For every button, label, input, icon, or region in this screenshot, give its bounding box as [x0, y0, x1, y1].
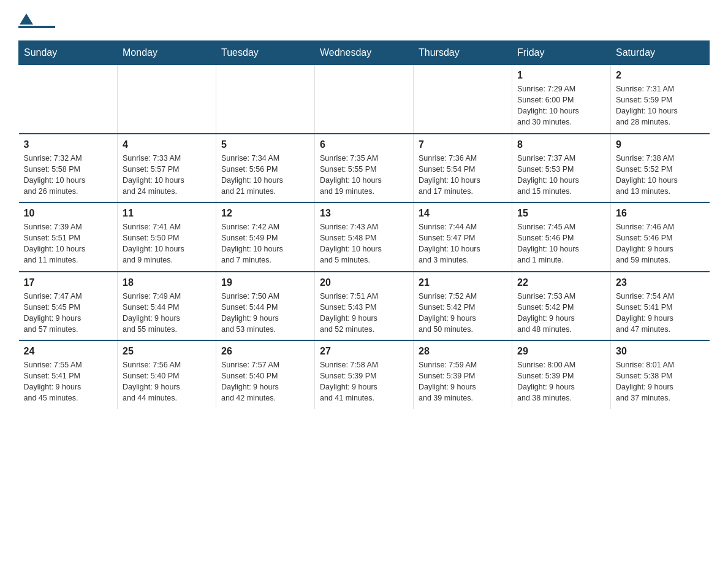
day-info: Sunrise: 7:33 AMSunset: 5:57 PMDaylight:…: [123, 153, 211, 197]
day-number: 16: [616, 208, 705, 219]
day-cell: 3Sunrise: 7:32 AMSunset: 5:58 PMDaylight…: [19, 134, 118, 203]
day-number: 23: [616, 277, 705, 288]
day-cell: 14Sunrise: 7:44 AMSunset: 5:47 PMDayligh…: [414, 202, 512, 272]
day-cell: 4Sunrise: 7:33 AMSunset: 5:57 PMDaylight…: [118, 134, 216, 203]
day-cell: 24Sunrise: 7:55 AMSunset: 5:41 PMDayligh…: [19, 340, 118, 409]
day-cell: 20Sunrise: 7:51 AMSunset: 5:43 PMDayligh…: [315, 272, 414, 341]
day-cell: 18Sunrise: 7:49 AMSunset: 5:44 PMDayligh…: [118, 272, 216, 341]
col-sunday: Sunday: [19, 41, 118, 65]
day-cell: 26Sunrise: 7:57 AMSunset: 5:40 PMDayligh…: [216, 340, 315, 409]
calendar-body: 1Sunrise: 7:29 AMSunset: 6:00 PMDaylight…: [19, 65, 710, 409]
day-number: 9: [616, 139, 705, 150]
day-cell: 22Sunrise: 7:53 AMSunset: 5:42 PMDayligh…: [512, 272, 611, 341]
day-cell: 27Sunrise: 7:58 AMSunset: 5:39 PMDayligh…: [315, 340, 414, 409]
week-row-1: 1Sunrise: 7:29 AMSunset: 6:00 PMDaylight…: [19, 65, 710, 134]
day-number: 15: [517, 208, 605, 219]
day-info: Sunrise: 7:57 AMSunset: 5:40 PMDaylight:…: [221, 359, 309, 404]
day-cell: 7Sunrise: 7:36 AMSunset: 5:54 PMDaylight…: [414, 134, 512, 203]
day-cell: 9Sunrise: 7:38 AMSunset: 5:52 PMDaylight…: [611, 134, 710, 203]
header-row: Sunday Monday Tuesday Wednesday Thursday…: [19, 41, 710, 65]
week-row-4: 17Sunrise: 7:47 AMSunset: 5:45 PMDayligh…: [19, 272, 710, 341]
day-cell: 5Sunrise: 7:34 AMSunset: 5:56 PMDaylight…: [216, 134, 315, 203]
day-info: Sunrise: 7:50 AMSunset: 5:44 PMDaylight:…: [221, 291, 309, 335]
col-monday: Monday: [118, 41, 216, 65]
day-info: Sunrise: 8:00 AMSunset: 5:39 PMDaylight:…: [517, 359, 605, 404]
day-info: Sunrise: 8:01 AMSunset: 5:38 PMDaylight:…: [616, 359, 705, 404]
day-cell: 8Sunrise: 7:37 AMSunset: 5:53 PMDaylight…: [512, 134, 611, 203]
day-cell: 6Sunrise: 7:35 AMSunset: 5:55 PMDaylight…: [315, 134, 414, 203]
day-info: Sunrise: 7:54 AMSunset: 5:41 PMDaylight:…: [616, 291, 705, 335]
day-info: Sunrise: 7:49 AMSunset: 5:44 PMDaylight:…: [123, 291, 211, 335]
day-number: 10: [24, 208, 113, 219]
day-number: 30: [616, 346, 705, 357]
day-info: Sunrise: 7:29 AMSunset: 6:00 PMDaylight:…: [517, 83, 605, 128]
day-cell: 15Sunrise: 7:45 AMSunset: 5:46 PMDayligh…: [512, 202, 611, 272]
day-cell: [414, 65, 512, 134]
col-friday: Friday: [512, 41, 611, 65]
week-row-3: 10Sunrise: 7:39 AMSunset: 5:51 PMDayligh…: [19, 202, 710, 272]
day-number: 18: [123, 277, 211, 288]
day-number: 22: [517, 277, 605, 288]
day-cell: 19Sunrise: 7:50 AMSunset: 5:44 PMDayligh…: [216, 272, 315, 341]
day-cell: 17Sunrise: 7:47 AMSunset: 5:45 PMDayligh…: [19, 272, 118, 341]
day-info: Sunrise: 7:53 AMSunset: 5:42 PMDaylight:…: [517, 291, 605, 335]
day-info: Sunrise: 7:46 AMSunset: 5:46 PMDaylight:…: [616, 221, 705, 266]
day-number: 20: [320, 277, 408, 288]
day-number: 25: [123, 346, 211, 357]
day-cell: [118, 65, 216, 134]
day-number: 4: [123, 139, 211, 150]
day-info: Sunrise: 7:55 AMSunset: 5:41 PMDaylight:…: [24, 359, 113, 404]
day-number: 26: [221, 346, 309, 357]
day-number: 1: [517, 70, 605, 81]
day-number: 6: [320, 139, 408, 150]
col-tuesday: Tuesday: [216, 41, 315, 65]
col-wednesday: Wednesday: [315, 41, 414, 65]
day-number: 24: [24, 346, 113, 357]
page-header: [18, 12, 710, 28]
logo: [18, 12, 58, 28]
day-number: 12: [221, 208, 309, 219]
day-cell: 13Sunrise: 7:43 AMSunset: 5:48 PMDayligh…: [315, 202, 414, 272]
day-number: 27: [320, 346, 408, 357]
day-cell: 23Sunrise: 7:54 AMSunset: 5:41 PMDayligh…: [611, 272, 710, 341]
day-cell: 16Sunrise: 7:46 AMSunset: 5:46 PMDayligh…: [611, 202, 710, 272]
day-number: 2: [616, 70, 705, 81]
day-info: Sunrise: 7:42 AMSunset: 5:49 PMDaylight:…: [221, 221, 309, 266]
calendar-header: Sunday Monday Tuesday Wednesday Thursday…: [19, 41, 710, 65]
day-info: Sunrise: 7:34 AMSunset: 5:56 PMDaylight:…: [221, 153, 309, 197]
day-cell: 28Sunrise: 7:59 AMSunset: 5:39 PMDayligh…: [414, 340, 512, 409]
day-cell: 2Sunrise: 7:31 AMSunset: 5:59 PMDaylight…: [611, 65, 710, 134]
day-cell: 29Sunrise: 8:00 AMSunset: 5:39 PMDayligh…: [512, 340, 611, 409]
day-cell: 1Sunrise: 7:29 AMSunset: 6:00 PMDaylight…: [512, 65, 611, 134]
day-number: 5: [221, 139, 309, 150]
day-cell: 11Sunrise: 7:41 AMSunset: 5:50 PMDayligh…: [118, 202, 216, 272]
day-cell: 12Sunrise: 7:42 AMSunset: 5:49 PMDayligh…: [216, 202, 315, 272]
day-info: Sunrise: 7:31 AMSunset: 5:59 PMDaylight:…: [616, 83, 705, 128]
day-number: 19: [221, 277, 309, 288]
day-cell: [216, 65, 315, 134]
day-info: Sunrise: 7:36 AMSunset: 5:54 PMDaylight:…: [419, 153, 507, 197]
day-number: 7: [419, 139, 507, 150]
day-info: Sunrise: 7:43 AMSunset: 5:48 PMDaylight:…: [320, 221, 408, 266]
day-info: Sunrise: 7:37 AMSunset: 5:53 PMDaylight:…: [517, 153, 605, 197]
day-number: 3: [24, 139, 113, 150]
svg-marker-0: [20, 13, 33, 25]
logo-triangle-icon: [20, 12, 33, 26]
day-cell: [315, 65, 414, 134]
day-info: Sunrise: 7:45 AMSunset: 5:46 PMDaylight:…: [517, 221, 605, 266]
week-row-5: 24Sunrise: 7:55 AMSunset: 5:41 PMDayligh…: [19, 340, 710, 409]
day-info: Sunrise: 7:32 AMSunset: 5:58 PMDaylight:…: [24, 153, 113, 197]
day-info: Sunrise: 7:44 AMSunset: 5:47 PMDaylight:…: [419, 221, 507, 266]
col-saturday: Saturday: [611, 41, 710, 65]
day-number: 29: [517, 346, 605, 357]
day-number: 14: [419, 208, 507, 219]
week-row-2: 3Sunrise: 7:32 AMSunset: 5:58 PMDaylight…: [19, 134, 710, 203]
day-info: Sunrise: 7:47 AMSunset: 5:45 PMDaylight:…: [24, 291, 113, 335]
calendar-table: Sunday Monday Tuesday Wednesday Thursday…: [18, 40, 710, 409]
col-thursday: Thursday: [414, 41, 512, 65]
day-number: 17: [24, 277, 113, 288]
day-info: Sunrise: 7:38 AMSunset: 5:52 PMDaylight:…: [616, 153, 705, 197]
day-info: Sunrise: 7:58 AMSunset: 5:39 PMDaylight:…: [320, 359, 408, 404]
day-info: Sunrise: 7:51 AMSunset: 5:43 PMDaylight:…: [320, 291, 408, 335]
day-info: Sunrise: 7:59 AMSunset: 5:39 PMDaylight:…: [419, 359, 507, 404]
